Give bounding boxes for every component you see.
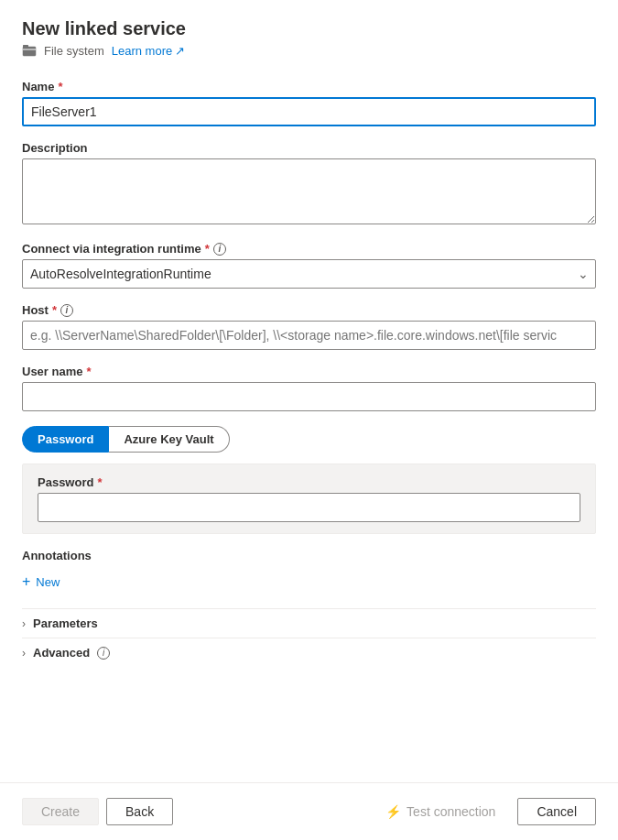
description-form-group: Description [22, 141, 596, 227]
integration-runtime-label: Connect via integration runtime * i [22, 242, 596, 256]
password-input[interactable] [38, 493, 580, 522]
username-form-group: User name * [22, 365, 596, 411]
host-label: Host * i [22, 303, 596, 317]
advanced-chevron-icon: › [22, 647, 26, 660]
add-annotation-button[interactable]: + New [22, 570, 60, 594]
learn-more-link[interactable]: Learn more ↗ [112, 44, 185, 58]
create-button[interactable]: Create [22, 798, 99, 825]
file-system-icon [22, 43, 37, 58]
name-label: Name * [22, 80, 596, 93]
svg-rect-0 [23, 47, 36, 56]
external-link-icon: ↗ [175, 44, 185, 58]
parameters-label: Parameters [33, 616, 98, 630]
advanced-label: Advanced [33, 646, 90, 660]
page-title: New linked service [22, 18, 596, 39]
svg-rect-1 [23, 45, 28, 48]
advanced-info-icon[interactable]: i [97, 647, 110, 660]
advanced-collapsible[interactable]: › Advanced i [22, 638, 596, 667]
add-new-label: New [36, 575, 60, 589]
integration-runtime-form-group: Connect via integration runtime * i Auto… [22, 242, 596, 289]
plug-icon: ⚡ [385, 804, 401, 819]
ir-info-icon[interactable]: i [213, 243, 226, 256]
parameters-chevron-icon: › [22, 617, 26, 630]
footer: Create Back ⚡ Test connection Cancel [0, 782, 618, 840]
plus-icon: + [22, 573, 30, 590]
host-required-star: * [52, 303, 57, 317]
cancel-button[interactable]: Cancel [517, 798, 596, 825]
integration-runtime-select-wrapper: AutoResolveIntegrationRuntime ⌄ [22, 259, 596, 289]
description-label: Description [22, 141, 596, 155]
back-button[interactable]: Back [106, 798, 173, 825]
host-form-group: Host * i [22, 303, 596, 350]
integration-runtime-select[interactable]: AutoResolveIntegrationRuntime [22, 259, 596, 289]
username-label: User name * [22, 365, 596, 378]
description-textarea[interactable] [22, 158, 596, 224]
parameters-collapsible[interactable]: › Parameters [22, 608, 596, 638]
password-form-group: Password * [38, 475, 580, 522]
annotations-section: Annotations + New [22, 549, 596, 594]
password-section: Password * [22, 464, 596, 534]
name-required-star: * [58, 80, 62, 93]
password-tab-button[interactable]: Password [22, 426, 109, 453]
subtitle-row: File system Learn more ↗ [22, 43, 596, 58]
password-label: Password * [38, 475, 580, 489]
annotations-label: Annotations [22, 549, 596, 562]
host-input[interactable] [22, 321, 596, 350]
username-required-star: * [86, 365, 91, 378]
footer-left: Create Back [22, 798, 173, 825]
host-info-icon[interactable]: i [60, 304, 73, 317]
name-form-group: Name * [22, 80, 596, 126]
ir-required-star: * [205, 242, 210, 256]
username-input[interactable] [22, 382, 596, 411]
test-connection-button[interactable]: ⚡ Test connection [371, 799, 510, 824]
footer-right: ⚡ Test connection Cancel [371, 798, 596, 825]
subtitle-text: File system [44, 44, 104, 58]
auth-tab-row: Password Azure Key Vault [22, 426, 596, 453]
password-required-star: * [97, 475, 102, 489]
test-connection-label: Test connection [407, 804, 495, 819]
azure-key-vault-tab-button[interactable]: Azure Key Vault [109, 426, 229, 453]
name-input[interactable] [22, 97, 596, 126]
